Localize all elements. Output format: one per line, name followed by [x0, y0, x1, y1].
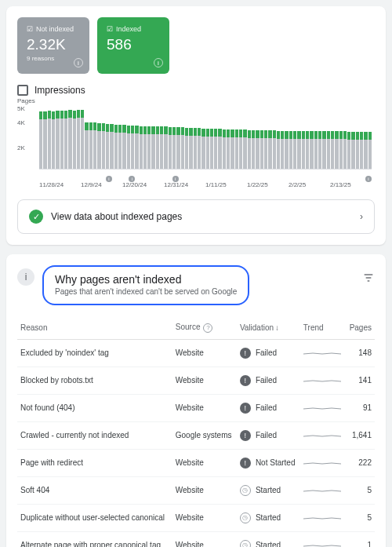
chart-bar[interactable] — [227, 129, 230, 169]
info-icon[interactable]: i — [74, 58, 83, 67]
chart-bar[interactable] — [127, 126, 130, 169]
table-row[interactable]: Not found (404)Website!Failed91 — [17, 394, 375, 421]
chart-bar[interactable] — [314, 131, 318, 169]
view-indexed-link[interactable]: ✓ View data about indexed pages › — [17, 199, 375, 234]
chart-bar[interactable] — [89, 122, 93, 170]
chart-bar[interactable] — [151, 126, 154, 169]
chart-bar[interactable] — [85, 122, 88, 170]
chart-bar[interactable] — [210, 129, 213, 169]
chart-bar[interactable] — [73, 111, 76, 169]
chart-bar[interactable] — [260, 130, 263, 169]
table-row[interactable]: Alternate page with proper canonical tag… — [17, 531, 375, 547]
chart-bar[interactable] — [194, 128, 197, 169]
table-row[interactable]: Soft 404Website◷Started5 — [17, 476, 375, 504]
col-reason[interactable]: Reason — [17, 316, 172, 339]
chart-bar[interactable] — [81, 110, 84, 169]
chart-bar[interactable] — [122, 125, 125, 169]
col-trend[interactable]: Trend — [300, 316, 346, 339]
chart-bar[interactable] — [189, 128, 192, 169]
chart-bar[interactable] — [64, 111, 67, 169]
chart-bar[interactable] — [43, 111, 46, 169]
checkbox-icon[interactable] — [17, 85, 28, 96]
chart-bar[interactable] — [147, 126, 151, 169]
chart-bar[interactable] — [347, 132, 350, 169]
info-icon[interactable]: i — [17, 268, 34, 286]
chart-bar[interactable] — [52, 111, 55, 169]
chart-bar[interactable] — [198, 128, 201, 169]
chart-bar[interactable] — [318, 131, 321, 169]
chart-bar[interactable] — [264, 130, 267, 169]
chart-bar[interactable] — [93, 122, 96, 169]
chart-bar[interactable] — [97, 123, 100, 169]
chart-bar[interactable] — [160, 126, 163, 169]
chart-bar[interactable] — [322, 131, 325, 169]
chart-bar[interactable] — [206, 129, 209, 169]
chart-bar[interactable] — [172, 127, 176, 169]
info-icon[interactable]: i — [154, 58, 163, 67]
chart-bar[interactable] — [106, 124, 109, 169]
chart-bar[interactable] — [356, 132, 359, 169]
impressions-toggle[interactable]: Impressions — [17, 85, 375, 96]
not-indexed-card[interactable]: ☑Not indexed 2.32K 9 reasons i — [17, 17, 89, 74]
chart-bar[interactable] — [268, 130, 271, 169]
indexed-card[interactable]: ☑Indexed 586 i — [97, 17, 169, 74]
chart-bar[interactable] — [368, 132, 372, 169]
chart-bar[interactable] — [273, 130, 276, 169]
chart-bar[interactable] — [351, 132, 354, 169]
chart-bar[interactable] — [60, 111, 64, 169]
filter-icon[interactable] — [362, 265, 375, 286]
chart-bar[interactable] — [293, 131, 296, 169]
chart-bar[interactable] — [118, 125, 122, 169]
chart-bar[interactable] — [327, 131, 330, 169]
chart-bar[interactable] — [302, 131, 305, 169]
chart-bar[interactable] — [201, 129, 205, 169]
chart-bar[interactable] — [243, 129, 246, 169]
chart-bar[interactable] — [102, 123, 105, 169]
chart-bar[interactable] — [239, 129, 242, 169]
chart-bar[interactable] — [185, 128, 188, 169]
chart-bar[interactable] — [143, 126, 147, 169]
chart-bar[interactable] — [56, 111, 59, 169]
chart-bar[interactable] — [181, 127, 184, 169]
chart-bar[interactable] — [331, 131, 334, 169]
chart-bar[interactable] — [131, 126, 134, 169]
chart-bar[interactable] — [235, 129, 238, 169]
chart-bar[interactable] — [252, 130, 255, 169]
chart-bar[interactable] — [48, 111, 51, 169]
chart-bar[interactable] — [339, 131, 343, 169]
chart-bar[interactable] — [77, 110, 80, 169]
table-row[interactable]: Duplicate without user-selected canonica… — [17, 504, 375, 531]
help-icon[interactable]: ? — [203, 323, 212, 333]
chart-bar[interactable] — [297, 131, 300, 169]
chart-bar[interactable] — [364, 132, 367, 169]
chart-bar[interactable] — [335, 131, 338, 169]
chart-bar[interactable] — [230, 129, 234, 169]
chart-bar[interactable] — [214, 129, 217, 169]
col-source[interactable]: Source? — [172, 316, 237, 339]
chart-bar[interactable] — [140, 126, 143, 169]
chart-bar[interactable] — [135, 126, 138, 169]
chart-bar[interactable] — [156, 126, 159, 169]
table-row[interactable]: Blocked by robots.txtWebsite!Failed141 — [17, 366, 375, 394]
chart-bar[interactable] — [343, 131, 347, 169]
table-row[interactable]: Page with redirectWebsite!Not Started222 — [17, 449, 375, 476]
chart-bar[interactable] — [277, 131, 280, 169]
chart-bar[interactable] — [310, 131, 313, 169]
chart-bar[interactable] — [176, 127, 180, 169]
col-pages[interactable]: Pages — [346, 316, 375, 339]
table-row[interactable]: Crawled - currently not indexedGoogle sy… — [17, 421, 375, 449]
chart-bar[interactable] — [164, 126, 167, 169]
chart-bar[interactable] — [256, 130, 259, 169]
chart-bar[interactable] — [110, 124, 113, 169]
chart-bar[interactable] — [68, 110, 71, 169]
chart-bar[interactable] — [360, 132, 363, 169]
chart-bar[interactable] — [281, 131, 284, 169]
chart-bar[interactable] — [39, 111, 42, 169]
col-validation[interactable]: Validation↓ — [237, 316, 300, 339]
chart-bar[interactable] — [285, 131, 288, 169]
table-row[interactable]: Excluded by 'noindex' tagWebsite!Failed1… — [17, 339, 375, 366]
chart-bar[interactable] — [306, 131, 309, 169]
chart-bar[interactable] — [248, 130, 251, 169]
chart-bar[interactable] — [169, 127, 172, 169]
chart-bar[interactable] — [223, 129, 226, 169]
